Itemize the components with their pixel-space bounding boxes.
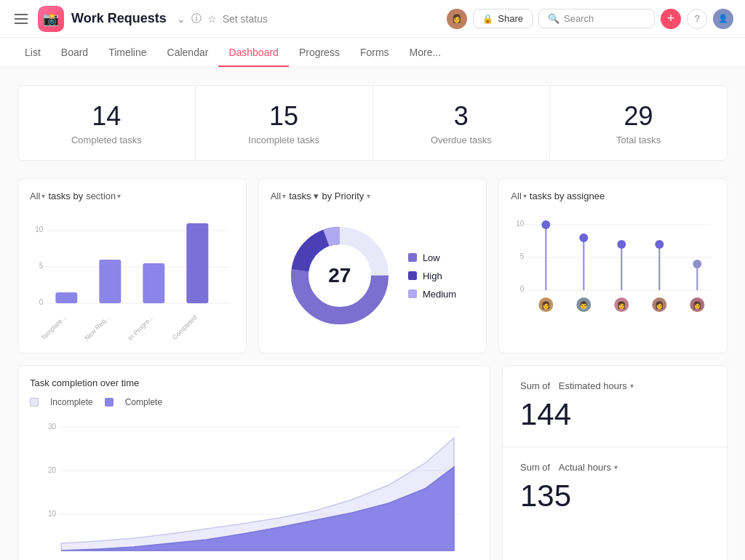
donut-chart: 27 — [289, 225, 391, 327]
svg-rect-6 — [55, 292, 77, 303]
bottom-row: Task completion over time Incomplete Com… — [17, 365, 728, 560]
header-right: 👩 🔒 Share 🔍 Search + ? 👤 — [447, 9, 733, 29]
nav-item-forms[interactable]: Forms — [350, 38, 399, 67]
info-icon[interactable]: ⓘ — [191, 12, 202, 25]
estimated-hours-value: 144 — [520, 397, 709, 432]
completion-chart-card: Task completion over time Incomplete Com… — [17, 365, 490, 560]
completion-chart-title: Task completion over time — [30, 377, 139, 388]
priority-chart-header: All ▾ tasks ▾ by Priority ▾ — [271, 191, 475, 201]
donut-area: 27 Low High Medium — [271, 210, 475, 341]
svg-text:10: 10 — [35, 225, 44, 233]
svg-text:0: 0 — [520, 285, 525, 293]
svg-point-29 — [618, 240, 626, 249]
legend-dot-high — [408, 271, 417, 280]
nav-item-board[interactable]: Board — [51, 38, 98, 67]
nav-item-timeline[interactable]: Timeline — [98, 38, 156, 67]
total-label: Total tasks — [567, 135, 709, 145]
svg-point-31 — [656, 240, 664, 249]
stat-incomplete: 15 Incomplete tasks — [196, 86, 373, 160]
legend-label-medium: Medium — [423, 289, 456, 300]
priority-chart-card: All ▾ tasks ▾ by Priority ▾ — [258, 178, 487, 353]
svg-point-25 — [542, 220, 551, 229]
svg-text:0: 0 — [39, 298, 44, 306]
legend-box-complete — [105, 398, 113, 407]
svg-text:New Req...: New Req... — [83, 314, 111, 342]
user-avatar-1: 👩 — [447, 9, 467, 29]
assignee-lollipop-chart: 10 5 0 — [511, 210, 715, 341]
nav-item-progress[interactable]: Progress — [289, 38, 350, 67]
assignee-chart-title: tasks by assignee — [530, 191, 605, 201]
section-chart-header: All ▾ tasks by section ▾ — [30, 191, 234, 201]
actual-chevron[interactable]: ▾ — [614, 463, 618, 471]
svg-text:👨: 👨 — [580, 300, 589, 310]
header: 📸 Work Requests ⌄ ⓘ ☆ Set status 👩 🔒 Sha… — [0, 0, 745, 38]
navigation: List Board Timeline Calendar Dashboard P… — [0, 38, 745, 68]
stat-completed: 14 Completed tasks — [18, 86, 196, 160]
svg-text:In Progre...: In Progre... — [127, 314, 155, 342]
star-icon[interactable]: ☆ — [207, 13, 217, 25]
total-count: 29 — [567, 100, 709, 132]
metrics-card: Sum of Estimated hours ▾ 144 Sum of Actu… — [502, 365, 728, 560]
legend-incomplete-label: Incomplete — [50, 397, 93, 407]
menu-button[interactable] — [12, 11, 31, 27]
svg-text:10: 10 — [48, 510, 57, 518]
share-button[interactable]: 🔒 Share — [473, 9, 533, 28]
legend-box-incomplete — [30, 398, 39, 407]
set-status-button[interactable]: Set status — [223, 13, 268, 25]
assignee-filter[interactable]: All ▾ — [511, 191, 526, 201]
priority-group-filter[interactable]: ▾ — [314, 191, 319, 201]
section-filter[interactable]: All ▾ — [30, 191, 45, 201]
chevron-down-icon[interactable]: ⌄ — [177, 13, 186, 25]
priority-sub-filter[interactable]: ▾ — [367, 192, 370, 200]
section-group-filter[interactable]: section ▾ — [86, 191, 121, 201]
estimated-hours-label: Sum of Estimated hours ▾ — [520, 380, 709, 391]
actual-hours-metric: Sum of Actual hours ▾ 135 — [503, 447, 727, 528]
actual-hours-value: 135 — [520, 479, 709, 513]
nav-item-dashboard[interactable]: Dashboard — [218, 38, 289, 67]
app-icon: 📸 — [38, 6, 64, 32]
svg-text:👩: 👩 — [656, 300, 665, 310]
legend-dot-medium — [408, 289, 417, 298]
overdue-label: Overdue tasks — [391, 135, 533, 145]
stat-total: 29 Total tasks — [550, 86, 727, 160]
actual-hours-label: Sum of Actual hours ▾ — [520, 462, 709, 473]
main-content: 14 Completed tasks 15 Incomplete tasks 3… — [0, 68, 745, 560]
svg-text:30: 30 — [48, 423, 57, 431]
section-chart-card: All ▾ tasks by section ▾ 10 5 0 — [17, 178, 247, 353]
add-button[interactable]: + — [661, 9, 681, 29]
completed-label: Completed tasks — [36, 135, 178, 145]
search-icon: 🔍 — [548, 13, 559, 24]
user-avatar-2: 👤 — [713, 9, 733, 29]
legend-medium: Medium — [408, 289, 456, 300]
svg-text:5: 5 — [39, 262, 44, 270]
assignee-chart-card: All ▾ tasks by assignee 10 5 0 — [498, 178, 728, 353]
area-chart: 30 20 10 — [30, 416, 478, 560]
search-bar[interactable]: 🔍 Search — [538, 9, 655, 28]
project-title: Work Requests — [71, 11, 167, 26]
stats-row: 14 Completed tasks 15 Incomplete tasks 3… — [17, 85, 728, 161]
priority-filter[interactable]: All ▾ — [271, 191, 286, 201]
svg-text:👩: 👩 — [542, 300, 551, 310]
nav-item-calendar[interactable]: Calendar — [157, 38, 219, 67]
estimated-chevron[interactable]: ▾ — [630, 382, 634, 390]
help-button[interactable]: ? — [687, 9, 707, 29]
nav-item-list[interactable]: List — [15, 38, 51, 67]
completed-count: 14 — [36, 100, 178, 132]
title-actions: ⌄ ⓘ ☆ Set status — [177, 12, 268, 25]
svg-text:Completed: Completed — [171, 314, 199, 342]
donut-legend: Low High Medium — [408, 252, 456, 300]
lock-icon: 🔒 — [482, 14, 493, 24]
completion-legend: Incomplete Complete — [30, 397, 478, 407]
svg-text:Template...: Template... — [40, 314, 68, 342]
completion-chart-header: Task completion over time — [30, 377, 478, 388]
estimated-hours-field: Estimated hours — [559, 380, 627, 391]
section-bar-chart: 10 5 0 Template — [30, 210, 234, 341]
nav-item-more[interactable]: More... — [399, 38, 452, 67]
svg-text:20: 20 — [48, 466, 57, 474]
incomplete-label: Incomplete tasks — [213, 135, 355, 145]
svg-point-33 — [693, 260, 702, 268]
charts-row: All ▾ tasks by section ▾ 10 5 0 — [17, 178, 728, 353]
svg-text:5: 5 — [520, 252, 525, 260]
legend-label-high: High — [423, 271, 442, 281]
incomplete-count: 15 — [213, 100, 355, 132]
